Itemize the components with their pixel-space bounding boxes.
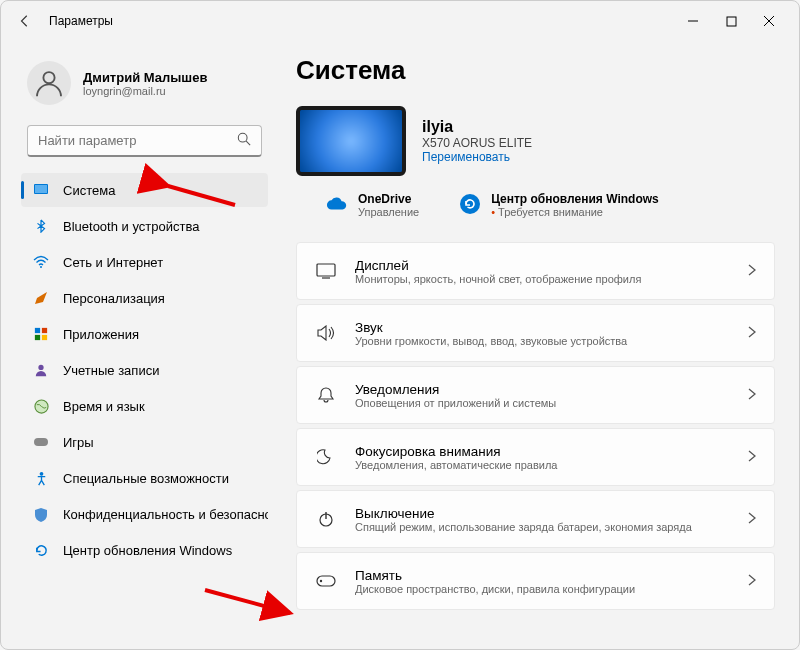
- card-sub: Спящий режим, использование заряда батар…: [355, 521, 748, 533]
- main-panel: Система ilyia X570 AORUS ELITE Переимено…: [276, 41, 799, 649]
- globe-icon: [33, 398, 49, 414]
- chevron-right-icon: [748, 386, 756, 404]
- nav-bluetooth[interactable]: Bluetooth и устройства: [21, 209, 268, 243]
- svg-rect-1: [727, 17, 736, 26]
- brush-icon: [33, 290, 49, 306]
- device-thumbnail: [296, 106, 406, 176]
- wifi-icon: [33, 254, 49, 270]
- device-model: X570 AORUS ELITE: [422, 136, 532, 150]
- back-button[interactable]: [9, 5, 41, 37]
- nav-windows-update[interactable]: Центр обновления Windows: [21, 533, 268, 567]
- search-input[interactable]: [38, 133, 237, 148]
- svg-rect-17: [317, 264, 335, 276]
- svg-rect-14: [34, 438, 48, 446]
- device-block: ilyia X570 AORUS ELITE Переименовать: [296, 106, 775, 176]
- rename-link[interactable]: Переименовать: [422, 150, 532, 164]
- card-sub: Уведомления, автоматические правила: [355, 459, 748, 471]
- gamepad-icon: [33, 434, 49, 450]
- svg-point-7: [40, 266, 42, 268]
- update-icon: [33, 542, 49, 558]
- user-block[interactable]: Дмитрий Малышев loyngrin@mail.ru: [27, 61, 268, 105]
- card-sound[interactable]: Звук Уровни громкости, вывод, ввод, звук…: [296, 304, 775, 362]
- card-sub: Дисковое пространство, диски, правила ко…: [355, 583, 748, 595]
- cloud-icon: [326, 193, 348, 215]
- search-box[interactable]: [27, 125, 262, 157]
- card-sub: Мониторы, яркость, ночной свет, отображе…: [355, 273, 748, 285]
- maximize-button[interactable]: [721, 11, 741, 31]
- svg-rect-21: [317, 576, 335, 586]
- settings-list: Дисплей Мониторы, яркость, ночной свет, …: [296, 242, 775, 610]
- nav-privacy[interactable]: Конфиденциальность и безопасность: [21, 497, 268, 531]
- chevron-right-icon: [748, 510, 756, 528]
- quick-onedrive[interactable]: OneDrive Управление: [326, 192, 419, 218]
- card-sub: Оповещения от приложений и системы: [355, 397, 748, 409]
- svg-point-12: [38, 365, 43, 370]
- card-display[interactable]: Дисплей Мониторы, яркость, ночной свет, …: [296, 242, 775, 300]
- person-icon: [33, 362, 49, 378]
- card-storage[interactable]: Память Дисковое пространство, диски, пра…: [296, 552, 775, 610]
- settings-window: Параметры Дмитрий Малышев loyngrin@mail.…: [0, 0, 800, 650]
- moon-icon: [315, 446, 337, 468]
- storage-icon: [315, 570, 337, 592]
- nav-network[interactable]: Сеть и Интернет: [21, 245, 268, 279]
- window-title: Параметры: [49, 14, 113, 28]
- nav-system[interactable]: Система: [21, 173, 268, 207]
- card-notifications[interactable]: Уведомления Оповещения от приложений и с…: [296, 366, 775, 424]
- quick-sub: Требуется внимание: [491, 206, 659, 218]
- device-name: ilyia: [422, 118, 532, 136]
- card-title: Выключение: [355, 506, 748, 521]
- sidebar: Дмитрий Малышев loyngrin@mail.ru Система…: [1, 41, 276, 649]
- svg-point-2: [43, 72, 54, 83]
- card-title: Фокусировка внимания: [355, 444, 748, 459]
- nav-apps[interactable]: Приложения: [21, 317, 268, 351]
- svg-point-3: [238, 133, 247, 142]
- svg-point-15: [39, 471, 43, 475]
- power-icon: [315, 508, 337, 530]
- nav-label: Bluetooth и устройства: [63, 219, 199, 234]
- monitor-icon: [315, 260, 337, 282]
- sync-icon: [459, 193, 481, 215]
- search-icon: [237, 132, 251, 150]
- card-title: Уведомления: [355, 382, 748, 397]
- nav-label: Приложения: [63, 327, 139, 342]
- bell-icon: [315, 384, 337, 406]
- chevron-right-icon: [748, 448, 756, 466]
- bluetooth-icon: [33, 218, 49, 234]
- chevron-right-icon: [748, 324, 756, 342]
- nav-personalization[interactable]: Персонализация: [21, 281, 268, 315]
- chevron-right-icon: [748, 572, 756, 590]
- svg-rect-6: [35, 185, 47, 193]
- svg-line-4: [246, 141, 250, 145]
- svg-rect-11: [42, 335, 47, 340]
- accessibility-icon: [33, 470, 49, 486]
- nav-time-language[interactable]: Время и язык: [21, 389, 268, 423]
- user-name: Дмитрий Малышев: [83, 70, 207, 85]
- nav-accessibility[interactable]: Специальные возможности: [21, 461, 268, 495]
- quick-sub: Управление: [358, 206, 419, 218]
- svg-rect-9: [42, 328, 47, 333]
- card-title: Дисплей: [355, 258, 748, 273]
- quick-title: OneDrive: [358, 192, 419, 206]
- display-icon: [33, 182, 49, 198]
- close-button[interactable]: [759, 11, 779, 31]
- window-controls: [683, 11, 791, 31]
- minimize-button[interactable]: [683, 11, 703, 31]
- nav-label: Сеть и Интернет: [63, 255, 163, 270]
- svg-rect-10: [35, 335, 40, 340]
- svg-rect-8: [35, 328, 40, 333]
- card-focus[interactable]: Фокусировка внимания Уведомления, автома…: [296, 428, 775, 486]
- user-email: loyngrin@mail.ru: [83, 85, 207, 97]
- avatar: [27, 61, 71, 105]
- content-area: Дмитрий Малышев loyngrin@mail.ru Система…: [1, 41, 799, 649]
- speaker-icon: [315, 322, 337, 344]
- quick-update[interactable]: Центр обновления Windows Требуется внима…: [459, 192, 659, 218]
- nav-label: Центр обновления Windows: [63, 543, 232, 558]
- nav-label: Игры: [63, 435, 94, 450]
- nav-gaming[interactable]: Игры: [21, 425, 268, 459]
- card-title: Звук: [355, 320, 748, 335]
- nav-label: Система: [63, 183, 115, 198]
- titlebar: Параметры: [1, 1, 799, 41]
- svg-point-22: [320, 580, 322, 582]
- card-power[interactable]: Выключение Спящий режим, использование з…: [296, 490, 775, 548]
- nav-accounts[interactable]: Учетные записи: [21, 353, 268, 387]
